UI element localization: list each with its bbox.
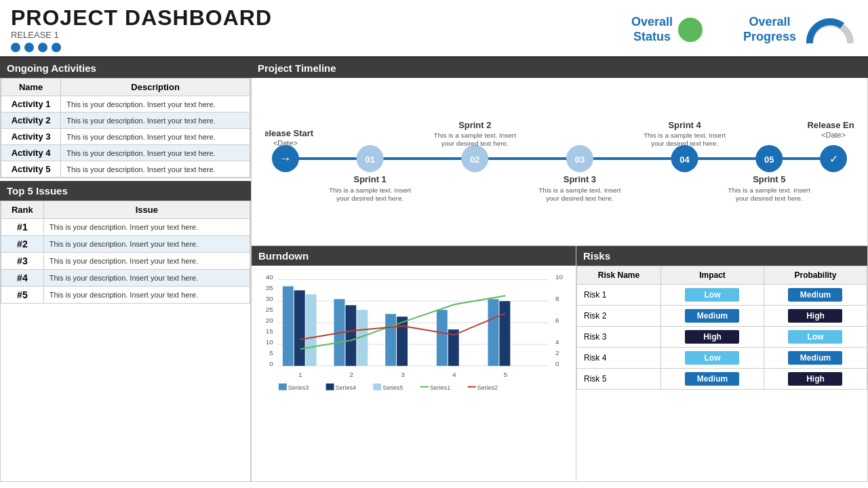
svg-text:Series1: Series1	[430, 384, 450, 391]
risk-prob: High	[764, 369, 867, 390]
svg-text:15: 15	[266, 327, 274, 335]
progress-gauge	[803, 15, 857, 45]
svg-text:05: 05	[764, 155, 774, 165]
svg-text:04: 04	[679, 155, 690, 165]
right-panel: Project Timeline → Release Start <Date> …	[251, 58, 868, 482]
svg-text:Release Start: Release Start	[265, 128, 314, 138]
svg-text:<Date>: <Date>	[273, 139, 298, 147]
timeline-header: Project Timeline	[251, 58, 868, 78]
activity-row: Activity 2 This is your description. Ins…	[1, 113, 250, 129]
prob-col: Probability	[764, 266, 867, 285]
dot-4	[52, 43, 61, 52]
bar-s3-4	[437, 310, 448, 366]
svg-text:your desired text here.: your desired text here.	[736, 195, 803, 202]
svg-text:This is a sample text. Insert: This is a sample text. Insert	[644, 131, 726, 139]
svg-text:This is a sample text. Insert: This is a sample text. Insert	[538, 186, 621, 194]
col-issue-header: Issue	[43, 201, 250, 219]
activity-row: Activity 3 This is your description. Ins…	[1, 129, 250, 145]
risk-row: Risk 5 Medium High	[577, 369, 867, 390]
risk-row: Risk 4 Low Medium	[577, 348, 867, 369]
risk-row: Risk 2 Medium High	[577, 306, 867, 327]
svg-text:35: 35	[266, 284, 274, 291]
risk-name: Risk 3	[577, 327, 661, 348]
col-name-header: Name	[1, 79, 61, 96]
risk-impact: Medium	[660, 369, 764, 390]
svg-text:✓: ✓	[829, 153, 838, 165]
activity-name: Activity 2	[1, 113, 61, 129]
risk-prob: Medium	[764, 285, 867, 306]
issues-table: Rank Issue #1 This is your description. …	[1, 201, 250, 304]
activity-name: Activity 3	[1, 129, 61, 145]
svg-text:20: 20	[266, 317, 274, 324]
risks-section: Risks Risk Name Impact Probability Risk …	[576, 246, 868, 482]
timeline-section: → Release Start <Date> 01 Sprint 1 This …	[251, 78, 868, 246]
risk-name: Risk 4	[577, 348, 661, 369]
issue-row: #3 This is your description. Insert your…	[1, 253, 250, 270]
activity-name: Activity 4	[1, 145, 61, 161]
risk-row: Risk 3 High Low	[577, 327, 867, 348]
issue-row: #1 This is your description. Insert your…	[1, 219, 250, 236]
top5-issues-header: Top 5 Issues	[0, 181, 251, 201]
issue-rank: #3	[1, 253, 44, 270]
svg-text:6: 6	[555, 317, 559, 324]
svg-text:→: →	[279, 152, 292, 165]
activity-row: Activity 5 This is your description. Ins…	[1, 161, 250, 178]
svg-text:Sprint 4: Sprint 4	[668, 120, 701, 130]
activity-desc: This is your description. Insert your te…	[61, 161, 250, 178]
svg-text:30: 30	[266, 295, 274, 302]
activity-row: Activity 4 This is your description. Ins…	[1, 145, 250, 161]
svg-text:Series4: Series4	[336, 384, 356, 391]
svg-text:03: 03	[575, 155, 585, 165]
svg-text:2: 2	[350, 371, 354, 378]
dot-indicators	[11, 43, 272, 52]
risk-impact: Low	[660, 348, 764, 369]
svg-text:3: 3	[401, 371, 405, 378]
svg-text:Sprint 3: Sprint 3	[564, 174, 596, 184]
svg-text:5: 5	[504, 371, 508, 378]
bar-s4-2	[345, 305, 356, 366]
issue-desc: This is your description. Insert your te…	[43, 236, 250, 253]
svg-rect-63	[373, 384, 381, 390]
svg-text:1: 1	[298, 371, 302, 378]
main-content: Ongoing Activities Name Description Acti…	[0, 58, 868, 482]
svg-text:10: 10	[555, 273, 564, 281]
page-subtitle: RELEASE 1	[11, 30, 272, 40]
timeline-svg: → Release Start <Date> 01 Sprint 1 This …	[265, 87, 854, 233]
status-indicator	[678, 18, 703, 42]
svg-rect-59	[279, 384, 287, 390]
svg-text:02: 02	[470, 155, 479, 165]
col-desc-header: Description	[61, 79, 250, 96]
svg-text:8: 8	[555, 295, 559, 302]
svg-text:This is a sample text. Insert: This is a sample text. Insert	[728, 186, 811, 194]
ongoing-activities-header: Ongoing Activities	[0, 58, 251, 78]
left-panel: Ongoing Activities Name Description Acti…	[0, 58, 251, 482]
svg-text:01: 01	[365, 155, 374, 165]
bar-s3-1	[283, 286, 294, 365]
burndown-svg: 40 35 30 25 20 15 10 5 0 10 8 6 4	[258, 270, 569, 419]
svg-text:40: 40	[266, 273, 274, 281]
issue-rank: #1	[1, 219, 44, 236]
bar-s4-1	[294, 290, 305, 366]
svg-text:0: 0	[555, 360, 559, 367]
impact-col: Impact	[660, 266, 764, 285]
risk-name: Risk 1	[577, 285, 661, 306]
risk-prob: High	[764, 306, 867, 327]
burndown-chart: 40 35 30 25 20 15 10 5 0 10 8 6 4	[252, 266, 576, 481]
risk-prob: Medium	[764, 348, 867, 369]
risk-row: Risk 1 Low Medium	[577, 285, 867, 306]
svg-text:10: 10	[266, 338, 274, 346]
activity-desc: This is your description. Insert your te…	[61, 96, 250, 113]
risks-header: Risks	[576, 246, 867, 266]
svg-text:2: 2	[555, 349, 559, 357]
activity-name: Activity 5	[1, 161, 61, 178]
risk-impact: Medium	[660, 306, 764, 327]
bar-s5-1	[306, 294, 317, 366]
risk-impact: Low	[660, 285, 764, 306]
activity-row: Activity 1 This is your description. Ins…	[1, 96, 250, 113]
overall-progress: OverallProgress	[743, 15, 857, 45]
issue-desc: This is your description. Insert your te…	[43, 287, 250, 304]
svg-text:Sprint 2: Sprint 2	[458, 120, 491, 130]
issue-rank: #2	[1, 236, 44, 253]
issue-desc: This is your description. Insert your te…	[43, 219, 250, 236]
page-header: PROJECT DASHBOARD RELEASE 1 OverallStatu…	[0, 0, 868, 58]
